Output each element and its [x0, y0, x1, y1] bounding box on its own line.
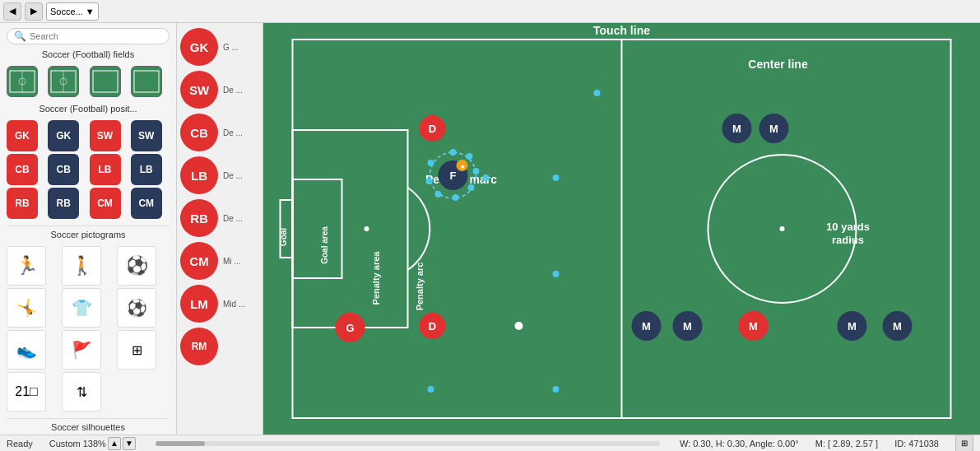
svg-point-12 — [780, 226, 785, 231]
player-cm: CM Mi ... — [180, 242, 259, 280]
player-lb-label: De ... — [223, 171, 243, 180]
svg-text:M: M — [683, 320, 692, 332]
player-rm-circle[interactable]: RM — [180, 328, 218, 365]
svg-rect-7 — [134, 71, 159, 92]
svg-point-46 — [515, 322, 523, 330]
app-container: ◀ ▶ Socce... ▼ 🔍 Soccer (Football) field… — [0, 0, 980, 451]
field-svg: Touch line Center line Penalty marc Pena… — [263, 23, 980, 435]
pos-sw-red[interactable]: SW — [90, 120, 121, 151]
svg-point-28 — [467, 153, 473, 160]
svg-text:Penalty arc: Penalty arc — [415, 263, 425, 311]
svg-point-16 — [365, 226, 369, 231]
coords-label: M: [ 2.89, 2.57 ] — [815, 439, 878, 449]
svg-point-61 — [483, 174, 490, 181]
field-icon-3[interactable] — [90, 66, 121, 97]
svg-text:M: M — [749, 320, 758, 332]
dimensions-label: W: 0.30, H: 0.30, Angle: 0.00° — [680, 439, 799, 449]
pos-cm-red[interactable]: CM — [90, 188, 121, 219]
player-cb-circle[interactable]: CB — [180, 114, 218, 151]
field-icon-4[interactable] — [131, 66, 162, 97]
svg-point-64 — [594, 90, 601, 96]
pos-rb-red[interactable]: RB — [7, 188, 38, 219]
svg-text:Goal area: Goal area — [320, 226, 329, 264]
section-sil-title: Soccer silhouettes — [0, 422, 176, 432]
svg-text:Penalty area: Penalty area — [371, 251, 381, 305]
zoom-down-button[interactable]: ▼ — [123, 437, 136, 450]
player-lm-circle[interactable]: LM — [180, 285, 218, 323]
picto-boot[interactable]: 👟 — [7, 330, 46, 370]
picto-walk[interactable]: 🚶 — [62, 246, 101, 286]
forward-button[interactable]: ▶ — [25, 2, 43, 21]
svg-text:Touch line: Touch line — [593, 24, 650, 37]
svg-text:M: M — [732, 123, 741, 135]
svg-rect-6 — [93, 71, 118, 92]
back-button[interactable]: ◀ — [3, 2, 21, 21]
player-rb-circle[interactable]: RB — [180, 199, 218, 237]
player-cm-circle[interactable]: CM — [180, 242, 218, 280]
player-rm: RM — [180, 328, 259, 365]
svg-point-63 — [553, 271, 560, 277]
canvas-area[interactable]: Touch line Center line Penalty marc Pena… — [263, 23, 980, 435]
pos-sw-dark[interactable]: SW — [131, 120, 162, 151]
dropdown-label: Socce... — [50, 7, 83, 16]
picto-run[interactable]: 🏃 — [7, 246, 46, 286]
zoom-label: Custom 138% — [49, 439, 106, 449]
main-area: 🔍 Soccer (Football) fields — [0, 23, 980, 435]
svg-text:★: ★ — [460, 164, 466, 170]
player-lb-circle[interactable]: LB — [180, 156, 218, 194]
picto-arrows[interactable]: ⇅ — [62, 372, 101, 411]
pos-lb-dark[interactable]: LB — [131, 154, 162, 185]
pos-cb-red[interactable]: CB — [7, 154, 38, 185]
svg-point-27 — [450, 149, 457, 156]
pos-rb-dark[interactable]: RB — [48, 188, 79, 219]
picto-jersey[interactable]: 👕 — [62, 288, 101, 328]
document-dropdown[interactable]: Socce... ▼ — [46, 2, 99, 21]
player-lm: LM Mid ... — [180, 285, 259, 323]
zoom-control: Custom 138% ▲ ▼ — [49, 437, 136, 450]
player-lm-label: Mid ... — [223, 300, 245, 309]
player-lb: LB De ... — [180, 156, 259, 194]
positions-icon-grid: GK GK SW SW CB CB LB LB RB RB CM CM — [0, 117, 176, 222]
picto-dive[interactable]: 🤸 — [7, 288, 46, 328]
svg-text:radius: radius — [832, 234, 864, 246]
svg-point-31 — [453, 194, 459, 201]
pos-cm-dark[interactable]: CM — [131, 188, 162, 219]
svg-point-66 — [553, 386, 560, 393]
field-icon-2[interactable] — [48, 66, 79, 97]
search-input[interactable] — [30, 31, 162, 41]
player-sw-circle[interactable]: SW — [180, 71, 218, 109]
search-box[interactable]: 🔍 — [7, 28, 170, 44]
pos-gk-dark[interactable]: GK — [48, 120, 79, 151]
player-cb: CB De ... — [180, 114, 259, 151]
picto-grid-icon[interactable]: ⊞ — [117, 330, 156, 370]
svg-text:M: M — [848, 320, 857, 332]
svg-text:M: M — [769, 123, 778, 135]
player-rb-label: De ... — [223, 214, 243, 223]
dropdown-icon: ▼ — [86, 7, 95, 16]
player-cm-label: Mi ... — [223, 257, 241, 266]
svg-text:Goal: Goal — [279, 228, 288, 246]
toolbar: ◀ ▶ Socce... ▼ — [0, 0, 980, 23]
zoom-up-button[interactable]: ▲ — [108, 437, 121, 450]
fit-button[interactable]: ⊞ — [955, 435, 973, 452]
player-gk: GK G ... — [180, 28, 259, 66]
svg-text:M: M — [893, 320, 902, 332]
pos-cb-dark[interactable]: CB — [48, 154, 79, 185]
player-sw: SW De ... — [180, 71, 259, 109]
player-gk-label: G ... — [223, 43, 239, 52]
player-rb: RB De ... — [180, 199, 259, 237]
picto-kick[interactable]: ⚽ — [117, 246, 156, 286]
fields-icon-grid — [0, 63, 176, 100]
ready-label: Ready — [7, 439, 33, 449]
svg-point-62 — [553, 174, 560, 181]
picto-num[interactable]: 21□ — [7, 372, 46, 411]
player-gk-circle[interactable]: GK — [180, 28, 218, 66]
pos-gk-red[interactable]: GK — [7, 120, 38, 151]
picto-ball[interactable]: ⚽ — [117, 288, 156, 328]
search-icon: 🔍 — [14, 30, 26, 42]
picto-flag[interactable]: 🚩 — [62, 330, 101, 370]
section-fields-title: Soccer (Football) fields — [0, 49, 176, 59]
svg-point-34 — [428, 160, 434, 166]
pos-lb-red[interactable]: LB — [90, 154, 121, 185]
field-icon-1[interactable] — [7, 66, 38, 97]
